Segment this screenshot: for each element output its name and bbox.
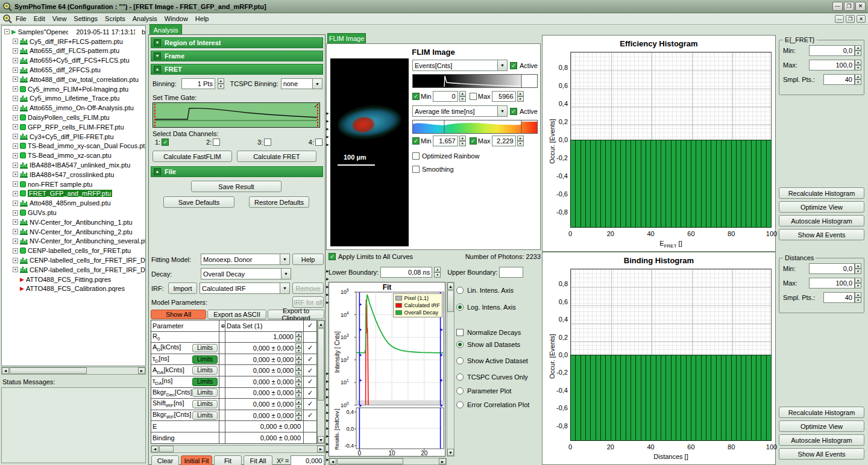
menu-item-analysis[interactable]: Analysis	[129, 14, 161, 23]
dist-min-stepper[interactable]: ▲▼	[855, 263, 861, 274]
parameter-value[interactable]: 0,000 ± 0,000	[227, 401, 295, 408]
radio-error-correlation-plot[interactable]: Error Correlation Plot	[456, 401, 541, 408]
efret-min-stepper[interactable]: ▲▼	[855, 45, 861, 56]
parameter-value[interactable]: 0,000 ± 0,000	[227, 367, 295, 374]
events-active-checkbox[interactable]: ✓	[510, 62, 517, 69]
chevron-down-icon[interactable]: ▼	[281, 268, 291, 279]
parameter-value[interactable]: 0,000 ± 0,000	[227, 345, 295, 352]
fit-v-scrollbar[interactable]: ▲ ▼	[447, 282, 454, 457]
tree-item[interactable]: +Cy3+Cy5_diff_PIE-FRET.ptu	[3, 132, 145, 142]
limits-button[interactable]: Limits	[192, 389, 218, 397]
lifetime-rainbow-bar[interactable]	[412, 120, 538, 134]
tree-item[interactable]: +Cy5_immo_Lifetime_Trace.ptu	[3, 94, 145, 104]
child-restore-icon[interactable]: ❐	[846, 15, 855, 23]
initial-fit-button[interactable]: Initial Fit	[181, 455, 212, 465]
scroll-up-icon[interactable]: ▲	[447, 282, 454, 290]
parameter-fit-checkbox[interactable]: ✓	[303, 343, 316, 354]
parameter-fit-checkbox[interactable]: ✓	[303, 388, 316, 399]
menu-item-scripts[interactable]: Scripts	[101, 14, 129, 23]
tree-item[interactable]: +GUVs.ptu	[3, 208, 145, 217]
expand-icon[interactable]: +	[13, 76, 18, 82]
tree-item[interactable]: +Atto488_diff_cw_total_correlation.ptu	[3, 75, 145, 84]
tree-item[interactable]: +TS-Bead_immo_xz-scan.ptu	[3, 151, 145, 160]
splitter-arrow-icon[interactable]: ▶	[326, 119, 329, 123]
binning-input[interactable]: 1 Pts	[181, 78, 215, 89]
parameter-fit-checkbox[interactable]: ✓	[303, 354, 316, 365]
tree-item[interactable]: +NV-Center_for_Antibunching_several.ptu	[3, 237, 145, 246]
collapse-up-icon[interactable]: ▲	[154, 168, 161, 175]
autoscale-histogram-button[interactable]: Autoscale Histogram	[779, 434, 864, 446]
restore-defaults-button[interactable]: Restore Defaults	[249, 196, 309, 208]
expand-icon[interactable]: +	[13, 210, 18, 216]
show-all-events-button[interactable]: Show All Events	[779, 229, 864, 240]
parameter-value[interactable]: 0,000 ± 0,000	[227, 389, 295, 396]
dist-max-input[interactable]: 100,0	[809, 278, 855, 289]
tree-item[interactable]: +IBA488+IBA547_unlinked_mix.ptu	[3, 160, 145, 170]
section-region-of-interest[interactable]: ▼ Region of Interest	[151, 37, 323, 48]
efret-max-input[interactable]: 100,0	[809, 60, 855, 70]
optimized-rainbow-checkbox[interactable]	[412, 152, 420, 160]
efret-min-input[interactable]: 0,0	[809, 45, 855, 56]
tree-item[interactable]: +Atto488_485nm_pulsed.ptu	[3, 198, 145, 208]
tree-item[interactable]: +NV-Center_for_Antibunching_2.ptu	[3, 227, 145, 237]
tree-item[interactable]: +Atto655_diff_FLCS-pattern.ptu	[3, 46, 145, 56]
expand-icon[interactable]: +	[13, 248, 18, 254]
scroll-left-icon[interactable]: ◄	[329, 458, 336, 464]
radio-log-intens-axis[interactable]: Log. Intens. Axis	[456, 304, 541, 311]
expand-icon[interactable]: +	[13, 153, 18, 158]
parameter-stepper[interactable]: ▲▼	[295, 388, 302, 398]
binning-stepper[interactable]: ▲▼	[218, 78, 224, 89]
calculate-fret-button[interactable]: Calculate FRET	[237, 151, 316, 162]
dist-min-input[interactable]: 0,0	[809, 263, 855, 274]
parameter-fit-checkbox[interactable]: ✓	[303, 376, 316, 387]
chevron-down-icon[interactable]: ▼	[313, 78, 322, 89]
checkbox-normalize-decays[interactable]: Normalize Decays	[456, 329, 541, 336]
expand-icon[interactable]: +	[13, 267, 18, 272]
fitting-model-select[interactable]: Monoexp. Donor ▼	[201, 254, 290, 265]
table-h-scrollbar[interactable]: ◄ ►	[151, 445, 325, 453]
tree-item[interactable]: +GFP_RFP_cells_FLIM-FRET.ptu	[3, 122, 145, 132]
export-clipboard-button[interactable]: Export to Clipboard	[268, 310, 324, 319]
tree-item[interactable]: ▶ATTO488_FCS_Calibration.pqres	[3, 284, 145, 294]
limits-button[interactable]: Limits	[192, 366, 218, 375]
expand-icon[interactable]: +	[13, 239, 18, 244]
splitter-arrow-icon[interactable]: ▶	[326, 111, 329, 115]
menu-item-edit[interactable]: Edit	[30, 14, 49, 23]
channel-checkbox[interactable]	[315, 139, 322, 146]
expand-icon[interactable]: +	[13, 48, 18, 54]
flim-image-view[interactable]: 100 µm	[330, 58, 409, 246]
section-fret[interactable]: ▲ FRET	[151, 64, 323, 75]
menu-item-file[interactable]: File	[12, 14, 30, 23]
tree-item[interactable]: +CENP-labelled_cells_for_FRET_IRF_Det2	[3, 265, 145, 275]
radio-control[interactable]	[456, 357, 464, 364]
tree-h-scrollbar[interactable]: ◄ ►	[1, 367, 146, 375]
splitter-arrow-icon[interactable]: ▶	[326, 143, 329, 146]
collapse-up-icon[interactable]: ▲	[154, 66, 161, 73]
expand-icon[interactable]: +	[13, 191, 18, 196]
splitter-arrow-icon[interactable]: ▶	[326, 135, 329, 139]
dist-smpl-input[interactable]: 40	[823, 292, 855, 303]
efret-max-stepper[interactable]: ▲▼	[855, 60, 861, 70]
scroll-left-icon[interactable]: ◄	[2, 367, 9, 374]
expand-icon[interactable]: +	[13, 201, 18, 206]
expand-icon[interactable]: +	[13, 163, 18, 168]
channel-checkbox[interactable]	[264, 139, 271, 146]
collapse-toggle[interactable]: −	[4, 29, 10, 34]
lifetime-max-input[interactable]: 2,229	[492, 136, 516, 146]
table-v-scrollbar[interactable]: ▲ ▼	[317, 320, 325, 444]
expand-icon[interactable]: +	[13, 181, 18, 187]
child-minimize-icon[interactable]: —	[835, 15, 844, 23]
expand-icon[interactable]: +	[13, 86, 18, 92]
minimize-icon[interactable]: —	[832, 2, 843, 11]
menu-item-help[interactable]: Help	[192, 14, 213, 23]
lifetime-active-checkbox[interactable]: ✓	[510, 108, 517, 115]
apply-limits-checkbox[interactable]: ✓	[329, 253, 336, 260]
time-gate-plot[interactable]: ✓	[153, 102, 320, 128]
lifetime-min-checkbox[interactable]: ✓	[412, 137, 420, 145]
parameter-value[interactable]: 0,000 ± 0,000	[227, 412, 295, 419]
dist-max-stepper[interactable]: ▲▼	[855, 278, 861, 289]
parameter-stepper[interactable]: ▲▼	[295, 411, 302, 420]
chevron-down-icon[interactable]: ▼	[498, 60, 508, 71]
clear-button[interactable]: Clear	[151, 455, 179, 465]
optimize-view-button[interactable]: Optimize View	[779, 420, 864, 432]
